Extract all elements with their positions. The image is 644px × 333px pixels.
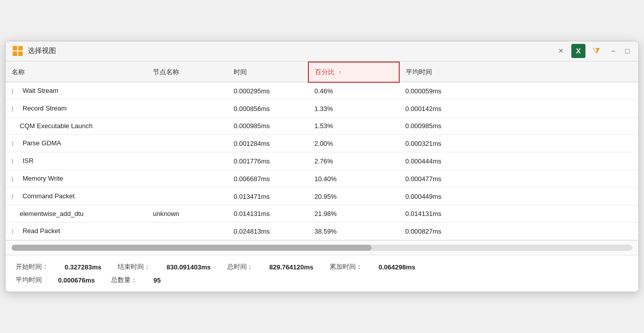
cell-name-6: 〉 Memory Write (6, 170, 147, 188)
table-row: 〉 Read Packet 0.024813ms 38.59% 0.000827… (6, 223, 638, 240)
cell-name-1: 〉 Wait Stream (6, 82, 147, 100)
titlebar-controls: X ⧩ − □ (571, 44, 632, 58)
table-body: 〉 Wait Stream 0.000295ms 0.46% 0.000059m… (6, 82, 638, 240)
scrollbar-thumb[interactable] (12, 245, 371, 251)
footer: 开始时间： 0.327283ms 结束时间： 830.091403ms 总时间：… (6, 255, 638, 292)
cell-node-6 (147, 170, 228, 188)
svg-rect-2 (13, 51, 17, 56)
cell-name-7: 〉 Command Packet (6, 188, 147, 205)
cell-percent-5: 2.76% (308, 152, 399, 170)
maximize-button[interactable]: □ (622, 46, 632, 56)
expand-icon-9[interactable]: 〉 (12, 228, 19, 235)
svg-rect-3 (18, 51, 23, 56)
cell-time-8: 0.014131ms (228, 205, 308, 223)
cell-avg-4: 0.000321ms (399, 135, 638, 152)
titlebar: 选择视图 × X ⧩ − □ (6, 41, 638, 62)
cell-avg-1: 0.000059ms (399, 82, 638, 100)
start-value: 0.327283ms (65, 263, 101, 271)
cell-name-3: CQM Executable Launch (6, 118, 147, 135)
cell-time-4: 0.001284ms (228, 135, 308, 152)
cell-time-2: 0.000856ms (228, 100, 308, 118)
cell-node-9 (147, 223, 228, 240)
cell-time-1: 0.000295ms (228, 82, 308, 100)
svg-rect-0 (13, 46, 17, 50)
total-label: 总时间： (227, 262, 253, 271)
cell-node-2 (147, 100, 228, 118)
cumulative-value: 0.064298ms (379, 263, 415, 271)
excel-export-button[interactable]: X (571, 44, 585, 58)
col-header-percent[interactable]: 百分比 ↑ (308, 62, 399, 82)
cell-time-5: 0.001776ms (228, 152, 308, 170)
cell-percent-4: 2.00% (308, 135, 399, 152)
sort-arrow-percent: ↑ (339, 69, 342, 75)
table-row: CQM Executable Launch 0.000985ms 1.53% 0… (6, 118, 638, 135)
footer-row-1: 开始时间： 0.327283ms 结束时间： 830.091403ms 总时间：… (16, 262, 628, 271)
cell-name-2: 〉 Record Stream (6, 100, 147, 118)
cell-avg-9: 0.000827ms (399, 223, 638, 240)
avg-value: 0.000676ms (58, 276, 95, 284)
total-value: 829.764120ms (270, 263, 313, 271)
expand-icon-2[interactable]: 〉 (12, 105, 19, 113)
col-header-avg-time: 平均时间 (399, 62, 638, 82)
table-row: 〉 Wait Stream 0.000295ms 0.46% 0.000059m… (6, 82, 638, 100)
avg-label: 平均时间 (16, 275, 42, 285)
cell-name-9: 〉 Read Packet (6, 223, 147, 240)
table-row: elementwise_add_dtu unknown 0.014131ms 2… (6, 205, 638, 223)
table-row: 〉 ISR 0.001776ms 2.76% 0.000444ms (6, 152, 638, 170)
start-label: 开始时间： (16, 262, 48, 271)
svg-rect-1 (18, 46, 23, 50)
cumulative-label: 累加时间： (330, 262, 362, 271)
cell-time-7: 0.013471ms (228, 188, 308, 205)
app-icon (12, 45, 24, 57)
expand-icon-5[interactable]: 〉 (12, 158, 19, 165)
cell-node-4 (147, 135, 228, 152)
cell-percent-7: 20.95% (308, 188, 399, 205)
cell-avg-6: 0.000477ms (399, 170, 638, 188)
table-row: 〉 Parse GDMA 0.001284ms 2.00% 0.000321ms (6, 135, 638, 152)
cell-node-5 (147, 152, 228, 170)
cell-avg-2: 0.000142ms (399, 100, 638, 118)
data-table: 名称 节点名称 时间 百分比 ↑ 平均时间 (6, 62, 638, 241)
col-header-time: 时间 (228, 62, 308, 82)
cell-avg-3: 0.000985ms (399, 118, 638, 135)
expand-icon-1[interactable]: 〉 (12, 88, 19, 95)
cell-node-7 (147, 188, 228, 205)
minimize-button[interactable]: − (608, 46, 618, 56)
horizontal-scrollbar[interactable] (6, 240, 638, 255)
cell-time-6: 0.006687ms (228, 170, 308, 188)
end-label: 结束时间： (118, 262, 150, 271)
cell-avg-8: 0.014131ms (399, 205, 638, 223)
window-title: 选择视图 (28, 46, 557, 56)
count-label: 总数量： (111, 275, 137, 285)
cell-time-3: 0.000985ms (228, 118, 308, 135)
main-window: 选择视图 × X ⧩ − □ 名称 节点名称 时 (5, 41, 639, 293)
cell-percent-8: 21.98% (308, 205, 399, 223)
cell-name-5: 〉 ISR (6, 152, 147, 170)
footer-row-2: 平均时间 0.000676ms 总数量： 95 (16, 275, 628, 285)
cell-node-3 (147, 118, 228, 135)
col-header-name: 名称 (6, 62, 147, 82)
count-value: 95 (153, 276, 160, 284)
cell-node-8: unknown (147, 205, 228, 223)
cell-percent-6: 10.40% (308, 170, 399, 188)
expand-icon-7[interactable]: 〉 (12, 193, 19, 200)
cell-avg-7: 0.000449ms (399, 188, 638, 205)
cell-name-4: 〉 Parse GDMA (6, 135, 147, 152)
end-value: 830.091403ms (167, 263, 210, 271)
cell-percent-3: 1.53% (308, 118, 399, 135)
scrollbar-track[interactable] (12, 245, 632, 251)
cell-percent-9: 38.59% (308, 223, 399, 240)
data-table-container: 名称 节点名称 时间 百分比 ↑ 平均时间 (6, 62, 638, 241)
close-button[interactable]: × (559, 46, 563, 56)
table-row: 〉 Command Packet 0.013471ms 20.95% 0.000… (6, 188, 638, 205)
cell-percent-1: 0.46% (308, 82, 399, 100)
expand-icon-4[interactable]: 〉 (12, 140, 19, 147)
expand-icon-6[interactable]: 〉 (12, 176, 19, 183)
cell-node-1 (147, 82, 228, 100)
filter-icon[interactable]: ⧩ (593, 46, 600, 57)
cell-percent-2: 1.33% (308, 100, 399, 118)
cell-name-8: elementwise_add_dtu (6, 205, 147, 223)
table-row: 〉 Record Stream 0.000856ms 1.33% 0.00014… (6, 100, 638, 118)
cell-time-9: 0.024813ms (228, 223, 308, 240)
cell-avg-5: 0.000444ms (399, 152, 638, 170)
